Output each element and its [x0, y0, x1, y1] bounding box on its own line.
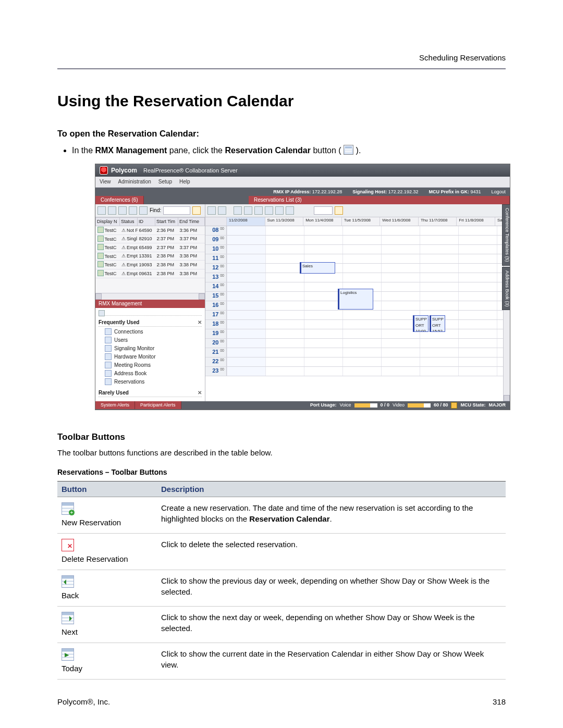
- product-label: RealPresence® Collaboration Server: [143, 167, 238, 175]
- day-header[interactable]: Tue 11/5/2008: [341, 217, 380, 226]
- col-button: Button: [57, 482, 157, 497]
- table-row[interactable]: TestC⚠ Not F645902:36 PM3:36 PM: [96, 226, 205, 235]
- table-caption: Reservations – Toolbar Buttons: [57, 467, 506, 478]
- conferences-tab[interactable]: Conferences (6): [95, 196, 144, 204]
- page-header-chapter: Scheduling Reservations: [57, 52, 506, 63]
- menu-help[interactable]: Help: [179, 178, 190, 186]
- show-week-icon[interactable]: [275, 206, 284, 215]
- back-icon: [62, 575, 74, 588]
- calendar-header: 11/2/2008 Sun 11/3/2008 Mon 11/4/2008 Tu…: [205, 217, 510, 226]
- event-support2[interactable]: SUPP ORT 15:52: [430, 315, 445, 332]
- new-icon[interactable]: [97, 206, 106, 215]
- table-row: New Reservation Create a new reservation…: [57, 497, 506, 534]
- next-icon: [62, 612, 74, 624]
- day-header[interactable]: 11/2/2008: [226, 217, 265, 226]
- today-icon[interactable]: [254, 206, 263, 215]
- button-label: Next: [62, 627, 78, 636]
- chevron-up-icon[interactable]: ✕: [198, 389, 202, 397]
- table-row[interactable]: TestC⚠ Singl829102:37 PM3:37 PM: [96, 235, 205, 243]
- today-icon: [62, 648, 74, 661]
- event-support1[interactable]: SUPP ORT 10:00: [413, 315, 429, 332]
- show-day-icon[interactable]: [265, 206, 273, 215]
- menubar[interactable]: View Administration Setup Help: [95, 177, 510, 188]
- delete-reservation-icon[interactable]: [218, 206, 226, 215]
- page-title: Using the Reservation Calendar: [57, 90, 506, 112]
- menu-setup[interactable]: Setup: [158, 178, 172, 186]
- table-row: Back Click to show the previous day or w…: [57, 570, 506, 607]
- zoom-input[interactable]: [314, 206, 333, 215]
- button-label: Back: [62, 591, 79, 600]
- h-scrollbar[interactable]: [95, 293, 205, 300]
- next-icon[interactable]: [244, 206, 252, 215]
- toolbar-buttons-table: Button Description New Reservation Creat…: [57, 481, 506, 680]
- col-description: Description: [157, 482, 506, 497]
- meeting-rooms-icon: [105, 362, 112, 368]
- table-row[interactable]: TestC⚠ Empt654992:37 PM3:37 PM: [96, 243, 205, 252]
- nav-reservations[interactable]: Reservations: [99, 378, 202, 386]
- reservations-tab[interactable]: Reservations List (3): [249, 196, 510, 204]
- nav-users[interactable]: Users: [99, 336, 202, 344]
- users-icon: [105, 337, 112, 343]
- day-header[interactable]: Mon 11/4/2008: [303, 217, 341, 226]
- hardware-icon: [105, 353, 112, 360]
- new-reservation-icon: [62, 502, 74, 515]
- collapse-icon[interactable]: [99, 310, 105, 316]
- stop-icon[interactable]: [129, 206, 137, 215]
- conferences-table: Display NStatus IDStart Tim End Time Tes…: [95, 217, 205, 278]
- reservations-icon: [105, 378, 112, 385]
- side-tab-templates[interactable]: Conference Templates (5): [502, 204, 510, 265]
- button-label: Today: [62, 664, 82, 673]
- menu-administration[interactable]: Administration: [118, 178, 151, 186]
- video-usage-bar: [408, 403, 431, 408]
- mcu-state-badge: MAJOR: [488, 402, 506, 409]
- event-logistics[interactable]: Logistics: [338, 289, 373, 310]
- new-reservation-icon[interactable]: [207, 206, 216, 215]
- delete-reservation-icon: [62, 539, 74, 551]
- refresh-icon[interactable]: [286, 206, 294, 215]
- brand-label: Polycom: [111, 166, 137, 175]
- search-icon[interactable]: [192, 206, 201, 215]
- logout-link[interactable]: Logout: [491, 189, 506, 195]
- footer-page-number: 318: [493, 696, 506, 707]
- table-row[interactable]: TestC⚠ Empt133912:38 PM3:38 PM: [96, 252, 205, 261]
- nav-signaling[interactable]: Signaling Monitor: [99, 344, 202, 353]
- nav-hardware[interactable]: Hardware Monitor: [99, 353, 202, 361]
- table-row[interactable]: TestC⚠ Empt096312:38 PM3:38 PM: [96, 269, 205, 278]
- nav-addressbook[interactable]: Address Book: [99, 369, 202, 378]
- search-icon[interactable]: [335, 206, 343, 215]
- table-row[interactable]: TestC⚠ Empt190932:38 PM3:38 PM: [96, 261, 205, 269]
- system-alerts-tab[interactable]: System Alerts: [95, 401, 135, 409]
- rmx-management-header: RMX Management: [95, 300, 205, 308]
- signaling-icon: [105, 345, 112, 352]
- find-input[interactable]: [163, 206, 190, 215]
- delete-icon[interactable]: [108, 206, 116, 215]
- nav-connections[interactable]: Connections: [99, 328, 202, 336]
- side-tab-addressbook[interactable]: Address Book (3): [502, 267, 510, 311]
- button-label: New Reservation: [62, 518, 121, 527]
- event-sales[interactable]: Sales: [300, 262, 335, 274]
- day-header[interactable]: Sun 11/3/2008: [265, 217, 303, 226]
- app-titlebar: Polycom RealPresence® Collaboration Serv…: [95, 164, 510, 177]
- open-calendar-heading: To open the Reservation Calendar:: [57, 128, 506, 140]
- footer-company: Polycom®, Inc.: [57, 696, 110, 707]
- rmx-management-panel: Frequently Used✕ Connections Users Signa…: [95, 308, 205, 401]
- participant-alerts-tab[interactable]: Participant Alerts: [135, 401, 181, 409]
- nav-meeting[interactable]: Meeting Rooms: [99, 361, 202, 369]
- calendar-icon: [344, 145, 353, 155]
- properties-icon[interactable]: [118, 206, 127, 215]
- status-bar: System Alerts Participant Alerts Port Us…: [95, 401, 510, 410]
- reservations-toolbar: [205, 204, 510, 217]
- open-calendar-step: In the RMX Management pane, click the Re…: [72, 145, 506, 156]
- day-header[interactable]: Fri 11/8/2008: [456, 217, 495, 226]
- chevron-up-icon[interactable]: ✕: [198, 319, 202, 326]
- connections-icon: [105, 328, 112, 335]
- table-row: Delete Reservation Click to delete the s…: [57, 534, 506, 570]
- menu-view[interactable]: View: [100, 178, 111, 186]
- day-header[interactable]: Wed 11/6/2008: [380, 217, 418, 226]
- warning-icon: [451, 402, 457, 409]
- day-header[interactable]: Thu 11/7/2008: [418, 217, 457, 226]
- more-icon[interactable]: [139, 206, 148, 215]
- section-tabs: Conferences (6) Reservations List (3): [95, 196, 510, 204]
- info-bar: RMX IP Address: 172.22.192.28 Signaling …: [95, 188, 510, 196]
- back-icon[interactable]: [234, 206, 242, 215]
